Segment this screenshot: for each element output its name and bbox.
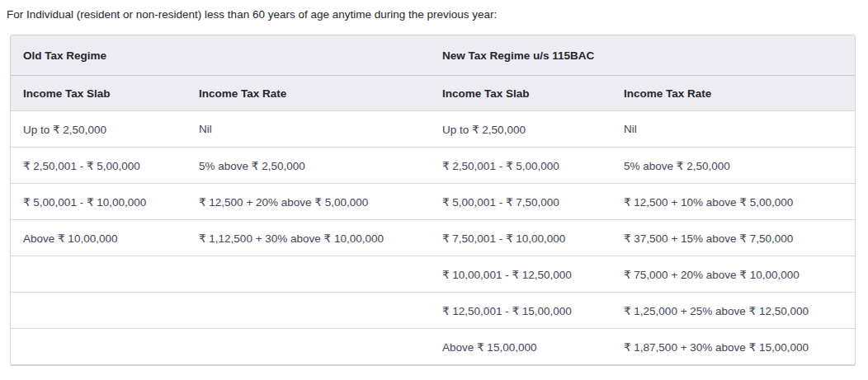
new-slab-column-header: Income Tax Slab	[430, 76, 611, 111]
old-rate-cell: 5% above ₹ 2,50,000	[186, 148, 430, 184]
new-slab-cell: ₹ 5,00,001 - ₹ 7,50,000	[430, 184, 611, 220]
column-header-row: Income Tax Slab Income Tax Rate Income T…	[11, 76, 855, 111]
old-rate-cell	[186, 329, 430, 365]
regime-header-row: Old Tax Regime New Tax Regime u/s 115BAC	[11, 35, 855, 76]
table-row: Above ₹ 15,00,000 ₹ 1,87,500 + 30% above…	[11, 329, 855, 365]
new-rate-cell: ₹ 37,500 + 15% above ₹ 7,50,000	[611, 220, 855, 256]
old-slab-column-header: Income Tax Slab	[11, 76, 186, 111]
new-rate-cell: ₹ 12,500 + 10% above ₹ 5,00,000	[611, 184, 855, 220]
tax-slab-table: Old Tax Regime New Tax Regime u/s 115BAC…	[11, 35, 855, 364]
new-rate-cell: Nil	[611, 111, 855, 148]
old-rate-column-header: Income Tax Rate	[186, 76, 430, 111]
table-row: ₹ 10,00,001 - ₹ 12,50,000 ₹ 75,000 + 20%…	[11, 256, 855, 293]
old-rate-cell: ₹ 1,12,500 + 30% above ₹ 10,00,000	[186, 220, 430, 256]
new-slab-cell: ₹ 7,50,001 - ₹ 10,00,000	[430, 220, 611, 256]
table-row: Above ₹ 10,00,000 ₹ 1,12,500 + 30% above…	[11, 220, 855, 256]
old-rate-cell: Nil	[186, 111, 430, 148]
old-slab-cell	[11, 256, 186, 293]
intro-text: For Individual (resident or non-resident…	[7, 8, 868, 21]
table-row: Up to ₹ 2,50,000 Nil Up to ₹ 2,50,000 Ni…	[11, 111, 855, 148]
new-slab-cell: Up to ₹ 2,50,000	[430, 111, 611, 148]
table-row: ₹ 12,50,001 - ₹ 15,00,000 ₹ 1,25,000 + 2…	[11, 293, 855, 329]
new-regime-header: New Tax Regime u/s 115BAC	[430, 35, 855, 76]
new-slab-cell: ₹ 2,50,001 - ₹ 5,00,000	[430, 148, 611, 184]
old-rate-cell: ₹ 12,500 + 20% above ₹ 5,00,000	[186, 184, 430, 220]
new-slab-cell: ₹ 12,50,001 - ₹ 15,00,000	[430, 293, 611, 329]
old-slab-cell	[11, 329, 186, 365]
new-rate-cell: ₹ 75,000 + 20% above ₹ 10,00,000	[611, 256, 855, 293]
new-rate-cell: ₹ 1,87,500 + 30% above ₹ 15,00,000	[611, 329, 855, 365]
old-rate-cell	[186, 256, 430, 293]
old-rate-cell	[186, 293, 430, 329]
table-row: ₹ 2,50,001 - ₹ 5,00,000 5% above ₹ 2,50,…	[11, 148, 855, 184]
old-slab-cell	[11, 293, 186, 329]
old-slab-cell: Above ₹ 10,00,000	[11, 220, 186, 256]
new-slab-cell: ₹ 10,00,001 - ₹ 12,50,000	[430, 256, 611, 293]
table-row: ₹ 5,00,001 - ₹ 10,00,000 ₹ 12,500 + 20% …	[11, 184, 855, 220]
new-rate-cell: 5% above ₹ 2,50,000	[611, 148, 855, 184]
new-slab-cell: Above ₹ 15,00,000	[430, 329, 611, 365]
old-slab-cell: Up to ₹ 2,50,000	[11, 111, 186, 148]
new-rate-cell: ₹ 1,25,000 + 25% above ₹ 12,50,000	[611, 293, 855, 329]
new-rate-column-header: Income Tax Rate	[611, 76, 855, 111]
old-regime-header: Old Tax Regime	[11, 35, 430, 76]
old-slab-cell: ₹ 5,00,001 - ₹ 10,00,000	[11, 184, 186, 220]
tax-slab-table-container: Old Tax Regime New Tax Regime u/s 115BAC…	[10, 35, 856, 366]
old-slab-cell: ₹ 2,50,001 - ₹ 5,00,000	[11, 148, 186, 184]
